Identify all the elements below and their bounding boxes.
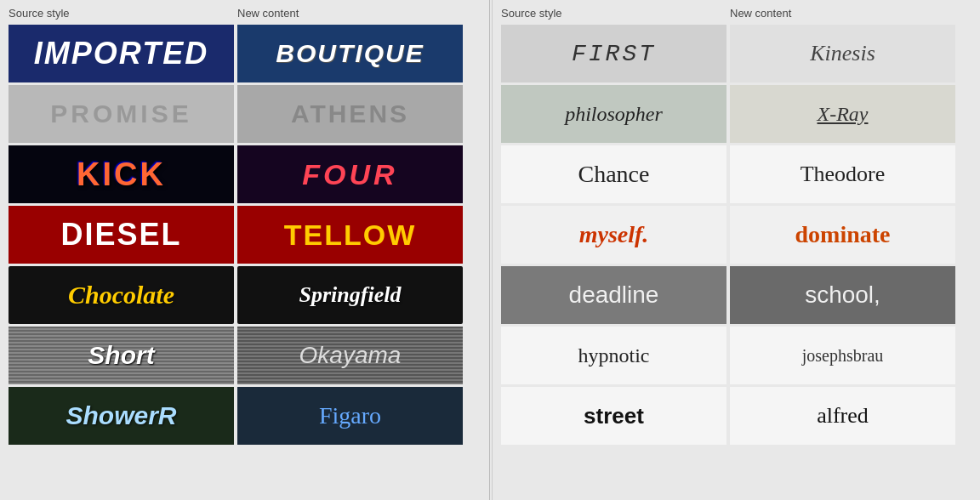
new-cell: Figaro [237,387,463,445]
left-panel: Source style New content IMPORTED BOUTIQ… [0,0,487,500]
main-container: Source style New content IMPORTED BOUTIQ… [0,0,980,500]
source-text: KICK [77,156,166,193]
left-new-label: New content [237,7,463,20]
table-row: Chance Theodore [501,145,971,203]
source-cell: ShowerR [9,387,234,445]
new-text: Springfield [299,282,402,308]
new-text: X-Ray [818,103,869,126]
new-cell: X-Ray [730,85,955,143]
source-cell: philosopher [501,85,726,143]
right-rows: FIRST Kinesis philosopher X-Ray Chance [501,25,971,445]
source-text: PROMISE [50,99,191,128]
source-cell: hypnotic [501,327,726,384]
source-text: hypnotic [578,344,650,367]
table-row: Short Okayama [9,327,479,384]
right-panel: Source style New content FIRST Kinesis p… [492,0,980,500]
table-row: myself. dominate [501,206,971,264]
table-row: FIRST Kinesis [501,25,971,82]
panel-divider [489,0,490,500]
new-cell: Kinesis [730,25,955,82]
left-panel-header: Source style New content [9,7,479,20]
new-cell: Springfield [237,266,463,324]
source-text: IMPORTED [34,36,208,71]
left-rows: IMPORTED BOUTIQUE PROMISE ATHENS KICK [9,25,479,445]
new-text: school, [805,281,880,309]
new-text: dominate [795,221,891,248]
right-source-label: Source style [501,7,726,20]
source-cell: Short [9,327,234,384]
new-text: alfred [817,403,869,429]
source-text: philosopher [565,103,663,126]
source-cell: IMPORTED [9,25,234,82]
new-text: ATHENS [291,99,409,128]
source-cell: FIRST [501,25,726,82]
source-cell: KICK [9,145,234,203]
table-row: philosopher X-Ray [501,85,971,143]
new-text: FOUR [302,158,397,191]
new-text: BOUTIQUE [276,39,424,68]
new-text: TELLOW [284,219,417,252]
source-text: myself. [579,221,649,248]
new-cell: ATHENS [237,85,463,143]
source-cell: myself. [501,206,726,264]
source-text: Chocolate [68,281,174,310]
new-cell: alfred [730,387,955,445]
new-cell: TELLOW [237,206,463,264]
right-new-label: New content [730,7,955,20]
new-cell: dominate [730,206,955,264]
source-text: DIESEL [60,217,181,253]
source-cell: PROMISE [9,85,234,143]
new-cell: josephsbrau [730,327,955,384]
source-cell: DIESEL [9,206,234,264]
source-text: street [584,403,644,429]
new-text: Okayama [299,342,402,369]
new-cell: Okayama [237,327,463,384]
new-cell: BOUTIQUE [237,25,463,82]
new-text: Figaro [319,402,381,429]
table-row: PROMISE ATHENS [9,85,479,143]
source-text: FIRST [572,41,656,67]
new-cell: school, [730,266,955,324]
source-text: ShowerR [66,401,176,430]
right-panel-header: Source style New content [501,7,971,20]
new-text: josephsbrau [802,346,884,366]
table-row: Chocolate Springfield [9,266,479,324]
new-text: Kinesis [810,41,875,66]
table-row: DIESEL TELLOW [9,206,479,264]
source-cell: Chance [501,145,726,203]
table-row: deadline school, [501,266,971,324]
left-source-label: Source style [9,7,234,20]
new-cell: FOUR [237,145,463,203]
source-cell: deadline [501,266,726,324]
table-row: IMPORTED BOUTIQUE [9,25,479,82]
source-text: Short [88,341,154,370]
new-text: Theodore [801,162,886,187]
source-cell: Chocolate [9,266,234,324]
source-text: Chance [578,161,650,188]
table-row: KICK FOUR [9,145,479,203]
table-row: hypnotic josephsbrau [501,327,971,384]
table-row: ShowerR Figaro [9,387,479,445]
new-cell: Theodore [730,145,955,203]
source-cell: street [501,387,726,445]
table-row: street alfred [501,387,971,445]
source-text: deadline [569,281,659,309]
